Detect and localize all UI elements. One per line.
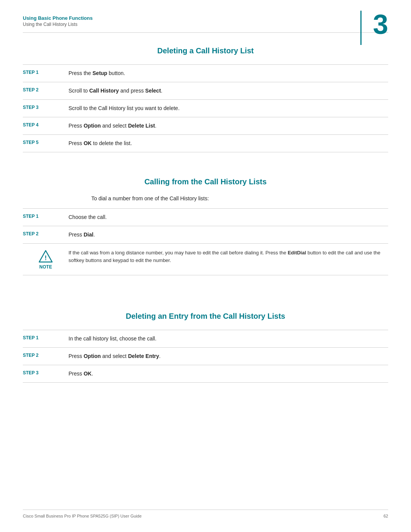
section-spacer-2 (23, 275, 388, 287)
step-content-5: Press OK to delete the list. (68, 139, 388, 147)
note-icon-area: ! NOTE (23, 249, 68, 270)
svg-text:!: ! (45, 254, 47, 262)
step-content-c2: Press Dial. (68, 231, 388, 239)
section-calling-from-history: Calling from the Call History Lists To d… (23, 177, 388, 275)
breadcrumb-chapter: Using Basic Phone Functions (23, 15, 388, 21)
section-heading-calling: Calling from the Call History Lists (23, 177, 388, 186)
header-divider (23, 32, 388, 33)
step-row: STEP 4 Press Option and select Delete Li… (23, 117, 388, 135)
page-footer: Cisco Small Business Pro IP Phone SPA525… (23, 510, 388, 518)
step-content-e1: In the call history list, choose the cal… (68, 335, 388, 343)
step-row: STEP 2 Press Option and select Delete En… (23, 348, 388, 365)
step-label-2: STEP 2 (23, 87, 68, 93)
step-label-e2: STEP 2 (23, 352, 68, 358)
step-label-c1: STEP 1 (23, 213, 68, 219)
note-content: If the call was from a long distance num… (68, 249, 388, 264)
step-label-4: STEP 4 (23, 122, 68, 128)
step-label-3: STEP 3 (23, 104, 68, 110)
step-content-4: Press Option and select Delete List. (68, 122, 388, 130)
warning-triangle-icon: ! (38, 250, 53, 263)
note-label: NOTE (39, 264, 52, 270)
step-label-5: STEP 5 (23, 139, 68, 145)
step-content-1: Press the Setup button. (68, 69, 388, 77)
step-content-c1: Choose the call. (68, 213, 388, 221)
breadcrumb-section: Using the Call History Lists (23, 22, 388, 27)
calling-intro: To dial a number from one of the Call Hi… (23, 195, 388, 201)
step-row: STEP 3 Scroll to the Call History list y… (23, 100, 388, 117)
section-spacer-3 (23, 287, 388, 298)
section-spacer (23, 152, 388, 164)
section-delete-call-history: Deleting a Call History List STEP 1 Pres… (23, 46, 388, 152)
step-row: STEP 5 Press OK to delete the list. (23, 135, 388, 152)
step-row: STEP 3 Press OK. (23, 365, 388, 383)
step-row: STEP 1 Press the Setup button. (23, 65, 388, 82)
step-row: STEP 2 Scroll to Call History and press … (23, 82, 388, 100)
main-content: Deleting a Call History List STEP 1 Pres… (0, 46, 411, 383)
step-label-e3: STEP 3 (23, 370, 68, 375)
section-heading-delete-history: Deleting a Call History List (23, 46, 388, 55)
step-label-e1: STEP 1 (23, 335, 68, 340)
step-label-1: STEP 1 (23, 69, 68, 75)
step-content-2: Scroll to Call History and press Select. (68, 87, 388, 95)
note-row: ! NOTE If the call was from a long dista… (23, 244, 388, 275)
step-content-e3: Press OK. (68, 370, 388, 378)
step-row: STEP 1 In the call history list, choose … (23, 330, 388, 348)
step-row: STEP 1 Choose the call. (23, 209, 388, 226)
section-heading-delete-entry: Deleting an Entry from the Call History … (23, 312, 388, 321)
steps-block-calling: STEP 1 Choose the call. STEP 2 Press Dia… (23, 208, 388, 275)
step-content-3: Scroll to the Call History list you want… (68, 104, 388, 112)
step-row: STEP 2 Press Dial. (23, 226, 388, 244)
chapter-number: 3 (373, 11, 388, 38)
page-container: Using Basic Phone Functions Using the Ca… (0, 0, 411, 532)
footer-page-number: 62 (384, 514, 388, 518)
chapter-rule (360, 11, 362, 45)
steps-block-delete-history: STEP 1 Press the Setup button. STEP 2 Sc… (23, 64, 388, 152)
step-content-e2: Press Option and select Delete Entry. (68, 352, 388, 360)
page-header: Using Basic Phone Functions Using the Ca… (0, 0, 411, 27)
steps-block-delete-entry: STEP 1 In the call history list, choose … (23, 330, 388, 383)
footer-left-text: Cisco Small Business Pro IP Phone SPA525… (23, 514, 142, 518)
section-delete-entry: Deleting an Entry from the Call History … (23, 312, 388, 383)
step-label-c2: STEP 2 (23, 231, 68, 236)
